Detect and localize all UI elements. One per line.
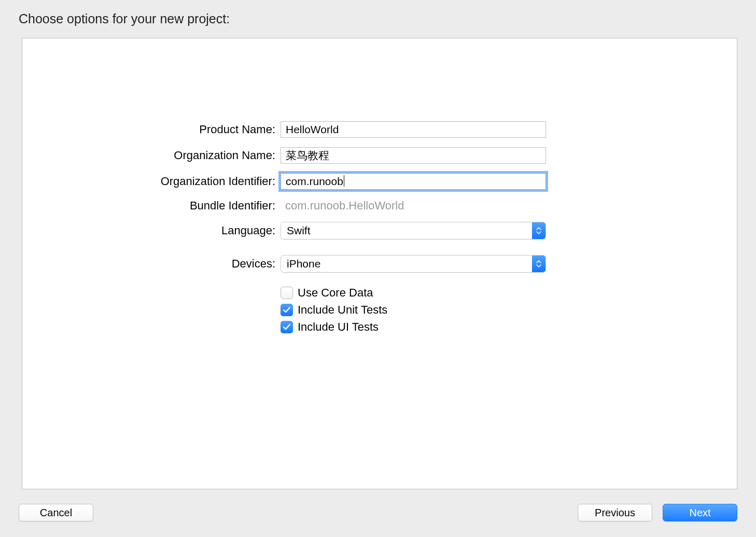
next-button[interactable]: Next <box>663 504 737 521</box>
organization-identifier-value: com.runoob <box>286 175 343 188</box>
language-select-value: Swift <box>281 224 532 237</box>
bundle-identifier-label: Bundle Identifier: <box>22 199 281 213</box>
previous-button[interactable]: Previous <box>578 504 652 521</box>
updown-arrows-icon <box>532 256 545 272</box>
organization-name-input[interactable] <box>281 147 546 164</box>
language-label: Language: <box>22 224 281 237</box>
devices-label: Devices: <box>22 257 281 271</box>
cancel-button[interactable]: Cancel <box>19 504 93 521</box>
dialog-footer: Cancel Previous Next <box>0 489 756 537</box>
form: Product Name: Organization Name: Organiz… <box>22 121 737 334</box>
include-ui-tests-checkbox[interactable]: Include UI Tests <box>281 320 387 334</box>
checkbox-checked-icon <box>281 321 293 333</box>
product-name-input[interactable] <box>281 121 546 138</box>
dialog-title: Choose options for your new project: <box>0 0 756 38</box>
updown-arrows-icon <box>532 222 545 239</box>
checkbox-checked-icon <box>281 304 293 316</box>
organization-identifier-input[interactable]: com.runoob <box>281 173 546 190</box>
use-core-data-checkbox[interactable]: Use Core Data <box>281 286 387 300</box>
use-core-data-label: Use Core Data <box>298 286 373 300</box>
devices-select[interactable]: iPhone <box>281 255 546 273</box>
checkbox-unchecked-icon <box>281 287 293 299</box>
product-name-label: Product Name: <box>22 123 281 136</box>
organization-name-label: Organization Name: <box>22 149 281 162</box>
devices-select-value: iPhone <box>281 258 532 270</box>
include-unit-tests-checkbox[interactable]: Include Unit Tests <box>281 303 387 317</box>
include-ui-tests-label: Include UI Tests <box>298 320 379 334</box>
bundle-identifier-value: com.runoob.HelloWorld <box>281 199 404 213</box>
text-cursor-icon <box>344 175 344 187</box>
organization-identifier-label: Organization Identifier: <box>22 175 281 188</box>
include-unit-tests-label: Include Unit Tests <box>298 303 387 317</box>
language-select[interactable]: Swift <box>281 222 546 239</box>
new-project-options-dialog: Choose options for your new project: Pro… <box>0 0 756 537</box>
content-panel: Product Name: Organization Name: Organiz… <box>22 38 737 489</box>
